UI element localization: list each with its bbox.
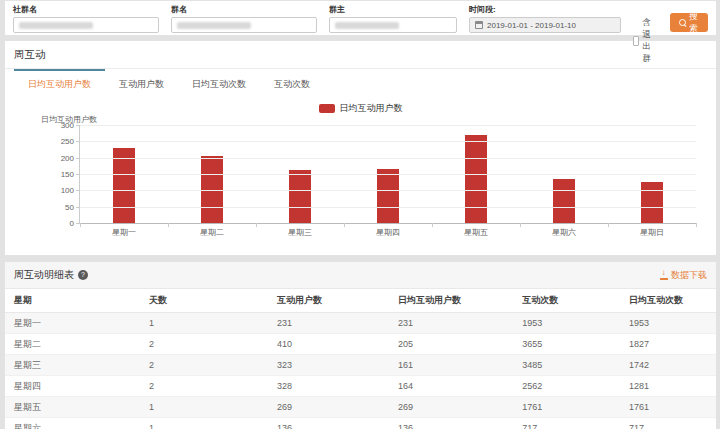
table-cell: 星期五 (5, 397, 140, 418)
obscured-value (177, 22, 251, 29)
chart-plot-area: 星期一星期二星期三星期四星期五星期六星期日 050100150200250300 (79, 125, 696, 224)
weekly-detail-table-panel: 周互动明细表 ? 数据下载 星期天数互动用户数日均互动用户数互动次数日均互动次数… (4, 261, 717, 429)
table-cell: 1827 (620, 334, 716, 355)
table-row: 星期一123123119531953 (5, 313, 716, 334)
bar-星期三[interactable] (289, 170, 311, 223)
y-tick-mark (76, 174, 80, 175)
gridline (80, 174, 696, 175)
bar-星期日[interactable] (641, 182, 663, 223)
table-cell: 星期四 (5, 376, 140, 397)
table-cell: 410 (268, 334, 389, 355)
filter-field-label: 群主 (329, 4, 457, 15)
y-tick-label: 250 (48, 137, 74, 146)
table-cell: 231 (389, 313, 513, 334)
filter-field-label: 社群名 (13, 4, 159, 15)
filter-field-input[interactable] (13, 17, 159, 33)
x-tick-label: 星期三 (256, 227, 344, 238)
include-exited-group: 含退出群 (633, 17, 658, 65)
table-cell: 136 (268, 418, 389, 429)
data-download-label: 数据下载 (671, 269, 707, 282)
include-exited-checkbox[interactable] (633, 36, 639, 46)
column-header: 星期 (5, 289, 140, 313)
y-tick-mark (76, 141, 80, 142)
table-title-row: 周互动明细表 ? 数据下载 (5, 262, 716, 289)
gridline (80, 190, 696, 191)
table-cell: 269 (389, 397, 513, 418)
column-header: 天数 (140, 289, 268, 313)
y-tick-label: 300 (48, 121, 74, 130)
x-tick-label: 星期四 (344, 227, 432, 238)
obscured-value (335, 22, 399, 29)
x-tick-mark (80, 223, 81, 227)
data-download-link[interactable]: 数据下载 (660, 269, 707, 282)
time-range-label: 时间段: (469, 4, 621, 15)
download-icon (660, 271, 668, 280)
column-header: 日均互动次数 (620, 289, 716, 313)
table-cell: 717 (620, 418, 716, 429)
filter-field-input[interactable] (329, 17, 457, 33)
bar-星期一[interactable] (113, 148, 135, 223)
table-cell: 269 (268, 397, 389, 418)
table-cell: 328 (268, 376, 389, 397)
filter-field: 群名 (171, 4, 317, 33)
weekly-panel-title: 周互动 (5, 41, 716, 69)
filter-field-input[interactable] (171, 17, 317, 33)
tab-互动次数[interactable]: 互动次数 (260, 69, 324, 96)
table-cell: 2562 (513, 376, 620, 397)
table-cell: 2 (140, 376, 268, 397)
table-cell: 星期一 (5, 313, 140, 334)
y-tick-label: 0 (48, 219, 74, 228)
search-button[interactable]: 搜索 (670, 13, 709, 32)
bar-星期六[interactable] (553, 179, 575, 223)
date-range-value: 2019-01-01 - 2019-01-10 (487, 21, 576, 30)
column-header: 互动用户数 (268, 289, 389, 313)
x-tick-mark (432, 223, 433, 227)
table-row: 星期五126926917611761 (5, 397, 716, 418)
table-body: 星期一123123119531953星期二241020536551827星期三2… (5, 313, 716, 429)
x-tick-mark (696, 223, 697, 227)
table-row: 星期六1136136717717 (5, 418, 716, 429)
table-row: 星期二241020536551827 (5, 334, 716, 355)
x-tick-mark (168, 223, 169, 227)
y-tick-label: 50 (48, 202, 74, 211)
gridline (80, 207, 696, 208)
bar-chart: 日均互动用户数 星期一星期二星期三星期四星期五星期六星期日 0501001502… (15, 114, 706, 240)
table-cell: 136 (389, 418, 513, 429)
table-cell: 1281 (620, 376, 716, 397)
table-cell: 星期三 (5, 355, 140, 376)
bar-星期四[interactable] (377, 169, 399, 223)
bar-星期五[interactable] (465, 135, 487, 223)
calendar-icon (475, 21, 483, 29)
table-cell: 164 (389, 376, 513, 397)
table-cell: 205 (389, 334, 513, 355)
table-cell: 161 (389, 355, 513, 376)
filter-field: 群主 (329, 4, 457, 33)
y-tick-label: 100 (48, 186, 74, 195)
table-row: 星期四232816425621281 (5, 376, 716, 397)
weekly-interaction-panel: 周互动 日均互动用户数互动用户数日均互动次数互动次数 日均互动用户数 日均互动用… (4, 40, 717, 256)
y-tick-label: 200 (48, 153, 74, 162)
tab-日均互动次数[interactable]: 日均互动次数 (178, 69, 260, 96)
chart-legend: 日均互动用户数 (5, 96, 716, 114)
table-cell: 1 (140, 397, 268, 418)
table-cell: 2 (140, 334, 268, 355)
tab-日均互动用户数[interactable]: 日均互动用户数 (14, 69, 105, 96)
gridline (80, 158, 696, 159)
filter-field-label: 群名 (171, 4, 317, 15)
filter-fields: 社群名群名群主 (13, 4, 457, 33)
x-tick-mark (344, 223, 345, 227)
time-range-field: 时间段: 2019-01-01 - 2019-01-10 (469, 4, 621, 33)
table-cell: 2 (140, 355, 268, 376)
gridline (80, 125, 696, 126)
table-cell: 717 (513, 418, 620, 429)
table-cell: 323 (268, 355, 389, 376)
x-tick-label: 星期二 (168, 227, 256, 238)
tab-互动用户数[interactable]: 互动用户数 (105, 69, 178, 96)
x-tick-label: 星期五 (432, 227, 520, 238)
question-circle-icon[interactable]: ? (78, 270, 88, 280)
table-cell: 1761 (513, 397, 620, 418)
table-cell: 231 (268, 313, 389, 334)
table-cell: 1761 (620, 397, 716, 418)
date-range-picker[interactable]: 2019-01-01 - 2019-01-10 (469, 17, 621, 33)
x-tick-mark (608, 223, 609, 227)
